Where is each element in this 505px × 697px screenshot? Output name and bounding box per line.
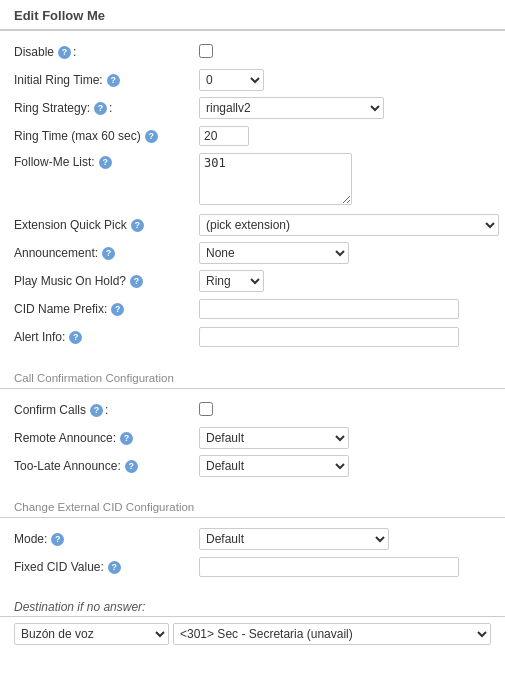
fixed-cid-help-icon[interactable]: ? [108,561,121,574]
confirm-calls-checkbox[interactable] [199,402,213,416]
followme-list-row: Follow-Me List: ? 301 [14,153,491,208]
announcement-control: None Default [199,242,491,264]
mode-row: Mode: ? Default Fixed CID Outside CID Di… [14,528,491,550]
mode-control: Default Fixed CID Outside CID Disable [199,528,491,550]
destination-selects: Buzón de voz <301> Sec - Secretaria (una… [0,617,505,651]
ring-time-help-icon[interactable]: ? [145,130,158,143]
confirm-calls-control [199,402,491,419]
disable-control [199,44,491,61]
alert-info-label: Alert Info: ? [14,330,199,344]
play-music-select[interactable]: Ring Yes No [199,270,264,292]
ring-strategy-control: ringallv2 ringall hunt memoryhunt firstn… [199,97,491,119]
too-late-announce-label: Too-Late Announce: ? [14,459,199,473]
external-cid-header: Change External CID Configuration [0,493,505,517]
fixed-cid-row: Fixed CID Value: ? [14,556,491,578]
ring-time-control [199,126,491,146]
play-music-control: Ring Yes No [199,270,491,292]
destination-target-select[interactable]: <301> Sec - Secretaria (unavail) [173,623,491,645]
ring-strategy-row: Ring Strategy: ? : ringallv2 ringall hun… [14,97,491,119]
extension-quick-pick-row: Extension Quick Pick ? (pick extension) [14,214,491,236]
announcement-row: Announcement: ? None Default [14,242,491,264]
cid-name-prefix-row: CID Name Prefix: ? [14,298,491,320]
announcement-label: Announcement: ? [14,246,199,260]
play-music-label: Play Music On Hold? ? [14,274,199,288]
announcement-select[interactable]: None Default [199,242,349,264]
extension-quick-pick-help-icon[interactable]: ? [131,219,144,232]
ring-time-row: Ring Time (max 60 sec) ? [14,125,491,147]
extension-quick-pick-control: (pick extension) [199,214,499,236]
alert-info-input[interactable] [199,327,459,347]
confirm-calls-label: Confirm Calls ? : [14,403,199,417]
mode-select[interactable]: Default Fixed CID Outside CID Disable [199,528,389,550]
cid-name-prefix-help-icon[interactable]: ? [111,303,124,316]
alert-info-help-icon[interactable]: ? [69,331,82,344]
extension-quick-pick-label: Extension Quick Pick ? [14,218,199,232]
destination-label: Destination if no answer: [0,594,505,616]
confirm-calls-help-icon[interactable]: ? [90,404,103,417]
initial-ring-time-label: Initial Ring Time: ? [14,73,199,87]
alert-info-control [199,327,491,347]
play-music-row: Play Music On Hold? ? Ring Yes No [14,270,491,292]
extension-quick-pick-select[interactable]: (pick extension) [199,214,499,236]
fixed-cid-label: Fixed CID Value: ? [14,560,199,574]
initial-ring-time-control: 0 1 2 3 4 5 10 15 20 [199,69,491,91]
followme-list-label: Follow-Me List: ? [14,153,199,169]
followme-list-textarea[interactable]: 301 [199,153,352,205]
mode-help-icon[interactable]: ? [51,533,64,546]
destination-type-select[interactable]: Buzón de voz [14,623,169,645]
followme-list-help-icon[interactable]: ? [99,156,112,169]
cid-name-prefix-input[interactable] [199,299,459,319]
remote-announce-label: Remote Announce: ? [14,431,199,445]
followme-list-control: 301 [199,153,491,208]
cid-name-prefix-control [199,299,491,319]
mode-label: Mode: ? [14,532,199,546]
remote-announce-row: Remote Announce: ? Default [14,427,491,449]
too-late-announce-help-icon[interactable]: ? [125,460,138,473]
too-late-announce-row: Too-Late Announce: ? Default [14,455,491,477]
ring-time-input[interactable] [199,126,249,146]
cid-name-prefix-label: CID Name Prefix: ? [14,302,199,316]
remote-announce-control: Default [199,427,491,449]
too-late-announce-select[interactable]: Default [199,455,349,477]
call-confirmation-section: Confirm Calls ? : Remote Announce: ? Def… [0,389,505,493]
disable-row: Disable ? : [14,41,491,63]
page-title: Edit Follow Me [0,0,505,30]
fixed-cid-input[interactable] [199,557,459,577]
too-late-announce-control: Default [199,455,491,477]
remote-announce-help-icon[interactable]: ? [120,432,133,445]
ring-strategy-label: Ring Strategy: ? : [14,101,199,115]
fixed-cid-control [199,557,491,577]
announcement-help-icon[interactable]: ? [102,247,115,260]
confirm-calls-row: Confirm Calls ? : [14,399,491,421]
ring-strategy-select[interactable]: ringallv2 ringall hunt memoryhunt firstn… [199,97,384,119]
disable-label: Disable ? : [14,45,199,59]
play-music-help-icon[interactable]: ? [130,275,143,288]
initial-ring-time-row: Initial Ring Time: ? 0 1 2 3 4 5 10 15 2… [14,69,491,91]
initial-ring-time-select[interactable]: 0 1 2 3 4 5 10 15 20 [199,69,264,91]
ring-strategy-help-icon[interactable]: ? [94,102,107,115]
disable-checkbox[interactable] [199,44,213,58]
initial-ring-time-help-icon[interactable]: ? [107,74,120,87]
ring-time-label: Ring Time (max 60 sec) ? [14,129,199,143]
alert-info-row: Alert Info: ? [14,326,491,348]
call-confirmation-header: Call Confirmation Configuration [0,364,505,388]
remote-announce-select[interactable]: Default [199,427,349,449]
disable-help-icon[interactable]: ? [58,46,71,59]
external-cid-section: Mode: ? Default Fixed CID Outside CID Di… [0,518,505,594]
main-section: Disable ? : Initial Ring Time: ? 0 1 2 3… [0,31,505,364]
